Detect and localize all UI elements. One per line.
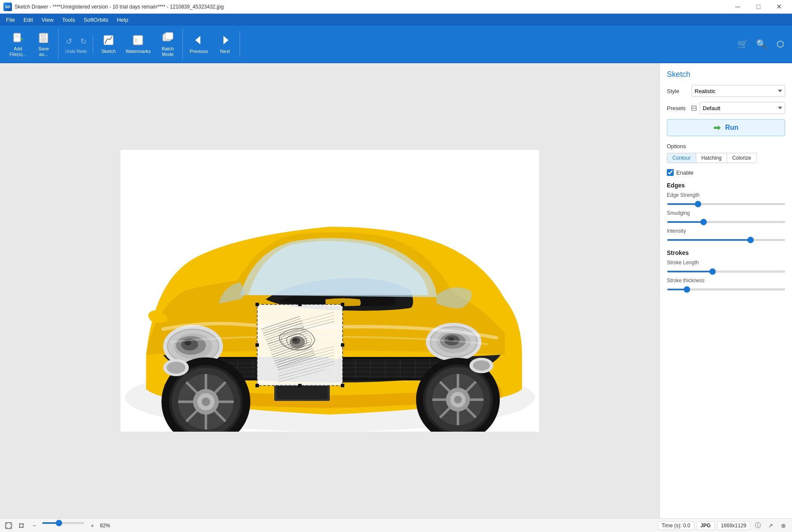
- toolbar-undo-group: ↺ ↻ Undo Redo: [59, 35, 93, 54]
- zoom-in-button[interactable]: +: [87, 520, 97, 531]
- edge-strength-slider[interactable]: [667, 203, 785, 205]
- stroke-length-label: Stroke Length: [667, 260, 785, 266]
- style-label: Style: [667, 88, 688, 94]
- edges-title: Edges: [667, 182, 785, 189]
- zoom-out-button[interactable]: −: [29, 520, 39, 531]
- undo-button[interactable]: ↺: [62, 35, 76, 48]
- svg-point-86: [473, 360, 490, 371]
- run-button[interactable]: ➡ Run: [667, 119, 785, 136]
- next-label: Next: [220, 49, 230, 54]
- minimize-button[interactable]: ─: [728, 0, 748, 14]
- next-icon: [218, 33, 232, 47]
- svg-point-70: [202, 398, 210, 406]
- run-label: Run: [725, 124, 738, 132]
- presets-settings-icon[interactable]: ⊟: [691, 103, 697, 113]
- zoom-slider[interactable]: [42, 522, 85, 524]
- toolbar-file-group: Add File(s)... Saveas...: [3, 28, 59, 60]
- canvas-area[interactable]: [0, 63, 660, 518]
- status-right: Time (s): 0.0 JPG 1669x1129 ⓘ ↗ ⊕: [658, 520, 789, 531]
- options-label: Options: [667, 143, 785, 149]
- edge-strength-label: Edge Strength: [667, 192, 785, 198]
- svg-rect-60: [276, 386, 328, 399]
- close-button[interactable]: ✕: [769, 0, 789, 14]
- sketch-label: Sketch: [101, 49, 116, 54]
- svg-line-135: [6, 527, 7, 528]
- format-display: JPG: [697, 521, 715, 530]
- svg-line-136: [10, 527, 11, 528]
- watermarks-icon: ©: [131, 33, 145, 47]
- style-row: Style Realistic: [667, 85, 785, 97]
- undo-redo-label: Undo Redo: [65, 49, 87, 54]
- dims-display: 1669x1129: [717, 521, 750, 530]
- save-as-button[interactable]: Saveas...: [32, 28, 56, 60]
- stroke-thickness-slider[interactable]: [667, 289, 785, 290]
- save-as-label: Saveas...: [38, 46, 49, 57]
- svg-rect-0: [14, 33, 21, 42]
- batch-icon: [161, 31, 175, 44]
- watermarks-button[interactable]: © Watermarks: [122, 31, 154, 57]
- panel-title: Sketch: [667, 70, 785, 79]
- main-area: Sketch Style Realistic Presets ⊟ Default…: [0, 63, 792, 518]
- app-icon: SD: [3, 3, 12, 11]
- menu-file[interactable]: File: [2, 15, 19, 25]
- save-icon: [37, 31, 50, 44]
- search-button[interactable]: 🔍: [753, 35, 770, 53]
- enable-row: Enable: [667, 169, 785, 176]
- menu-tools[interactable]: Tools: [58, 15, 79, 25]
- export-button[interactable]: ⊕: [778, 520, 789, 531]
- smudging-slider[interactable]: [667, 221, 785, 223]
- add-files-label: Add File(s)...: [9, 46, 26, 57]
- svg-rect-129: [255, 384, 259, 387]
- svg-rect-124: [255, 303, 259, 306]
- zoom-fit-button[interactable]: [3, 520, 14, 531]
- stroke-length-slider[interactable]: [667, 271, 785, 272]
- strokes-title: Strokes: [667, 249, 785, 256]
- toolbar-sketch-group: Sketch © Watermarks BatchMode: [94, 28, 183, 60]
- menu-help[interactable]: Help: [112, 15, 132, 25]
- presets-row: Presets ⊟ Default: [667, 102, 785, 114]
- previous-button[interactable]: Previous: [186, 31, 211, 57]
- svg-rect-131: [341, 384, 344, 387]
- menu-softorbits[interactable]: SoftOrbits: [79, 15, 113, 25]
- presets-label: Presets: [667, 105, 688, 111]
- share-button[interactable]: ↗: [766, 520, 776, 531]
- toolbar: Add File(s)... Saveas... ↺ ↻ Undo Redo S…: [0, 26, 792, 63]
- intensity-slider[interactable]: [667, 239, 785, 241]
- tabs-row: Contour Hatching Colorize: [667, 153, 757, 163]
- redo-button[interactable]: ↻: [76, 35, 90, 48]
- cart-button[interactable]: 🛒: [734, 35, 751, 53]
- style-select[interactable]: Realistic: [692, 85, 785, 97]
- svg-rect-8: [41, 38, 46, 41]
- add-icon: [11, 31, 25, 44]
- svg-rect-126: [341, 303, 344, 306]
- tab-contour[interactable]: Contour: [667, 153, 696, 163]
- statusbar: − + 82% Time (s): 0.0 JPG 1669x1129 ⓘ ↗ …: [0, 518, 792, 532]
- undo-redo-group: ↺ ↻: [62, 35, 90, 48]
- image-canvas: [120, 150, 539, 432]
- tab-hatching[interactable]: Hatching: [696, 153, 727, 163]
- next-button[interactable]: Next: [213, 31, 237, 57]
- cube-button[interactable]: ⬡: [771, 35, 789, 53]
- svg-rect-7: [41, 33, 45, 37]
- svg-rect-130: [298, 384, 302, 387]
- info-button[interactable]: ⓘ: [753, 520, 763, 531]
- crop-button[interactable]: [16, 520, 26, 531]
- svg-line-133: [6, 523, 7, 524]
- zoom-value: 82%: [100, 523, 115, 529]
- tab-colorize[interactable]: Colorize: [727, 153, 756, 163]
- svg-point-81: [454, 396, 462, 403]
- menu-edit[interactable]: Edit: [19, 15, 37, 25]
- previous-label: Previous: [190, 49, 208, 54]
- svg-rect-127: [255, 343, 259, 347]
- menu-view[interactable]: View: [37, 15, 58, 25]
- maximize-button[interactable]: □: [748, 0, 768, 14]
- time-display: Time (s): 0.0: [658, 521, 694, 530]
- right-panel: Sketch Style Realistic Presets ⊟ Default…: [660, 63, 792, 518]
- batch-mode-button[interactable]: BatchMode: [156, 28, 180, 60]
- enable-checkbox[interactable]: [667, 169, 674, 176]
- sketch-button[interactable]: Sketch: [97, 31, 120, 57]
- status-left: − + 82%: [3, 520, 654, 531]
- add-files-button[interactable]: Add File(s)...: [6, 28, 30, 60]
- presets-select[interactable]: Default: [700, 102, 785, 114]
- stroke-thickness-label: Stroke thickness: [667, 278, 785, 284]
